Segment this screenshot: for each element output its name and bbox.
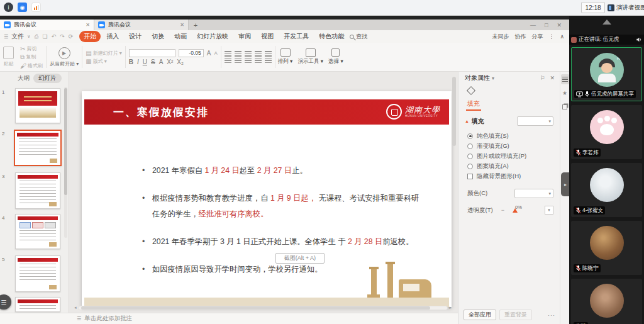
close-tab-icon[interactable]: ✕ (86, 22, 90, 28)
fill-tab[interactable]: 填充 (458, 82, 560, 111)
new-slide-button[interactable]: ▤新建幻灯片▾ (86, 50, 121, 57)
align-center-icon[interactable] (235, 58, 242, 64)
bullets-icon[interactable] (225, 51, 231, 57)
char-format-B[interactable]: B (129, 59, 133, 65)
panel-caret-icon[interactable]: ▾ (492, 75, 494, 81)
redo-icon[interactable]: ↷ (60, 33, 65, 40)
color-dropdown[interactable]: ▾ (514, 189, 553, 198)
panel-expand-handle[interactable]: ▸ (561, 172, 569, 196)
shield-icon[interactable]: ◉ (18, 3, 27, 12)
new-tab-button[interactable]: + (189, 20, 203, 30)
ribbon-tab-幻灯片放映[interactable]: 幻灯片放映 (192, 31, 233, 42)
fill-option[interactable]: 图案填充(A) (467, 161, 560, 171)
participant-tile[interactable]: 陈晓宁 (571, 221, 642, 275)
ribbon-tab-视图[interactable]: 视图 (257, 31, 278, 42)
char-format-X²[interactable]: X² (167, 59, 173, 65)
transparency-minus[interactable]: − (501, 207, 504, 213)
print-icon[interactable]: ❏ (43, 33, 48, 40)
section-expand-icon[interactable]: ▲ (465, 119, 469, 123)
outdent-icon[interactable] (245, 51, 252, 57)
ribbon-search[interactable]: 查找 (350, 33, 367, 41)
scroll-right-icon[interactable]: ▸ (449, 305, 452, 310)
radio-icon[interactable] (467, 164, 473, 169)
ribbon-tab-开始[interactable]: 开始 (79, 31, 101, 42)
pin-icon[interactable]: ⚐ (540, 75, 545, 81)
panel-more-icon[interactable]: ··· (548, 312, 555, 318)
close-panel-icon[interactable]: ✕ (550, 75, 555, 81)
char-format-A[interactable]: A (159, 59, 164, 65)
scroll-left-icon[interactable]: ◂ (74, 305, 77, 310)
file-menu[interactable]: ☰ 文件 ∨ (0, 32, 30, 41)
properties-tool-icon[interactable] (561, 74, 569, 84)
justify-icon[interactable] (255, 58, 262, 64)
decrease-font-icon[interactable]: A (214, 50, 217, 56)
refresh-icon[interactable]: ⟳ (69, 33, 74, 40)
close-window-icon[interactable]: ✕ (557, 22, 562, 28)
ribbon-tab-切换[interactable]: 切换 (147, 31, 169, 42)
layout-button[interactable]: ▦版式▾ (86, 58, 121, 65)
checkbox-icon[interactable] (467, 174, 473, 179)
undo-icon[interactable]: ↶ (52, 33, 57, 40)
canvas-horizontal-scrollbar[interactable]: ◂ ▸ (74, 305, 452, 310)
fill-option[interactable]: 渐变填充(G) (467, 141, 560, 151)
align-right-icon[interactable] (245, 58, 252, 64)
numbering-icon[interactable] (235, 51, 242, 57)
slides-tab[interactable]: 幻灯片 (33, 74, 62, 83)
char-spacing-box[interactable]: -0.05 (179, 49, 204, 57)
slide-thumbnail-6[interactable] (15, 297, 60, 312)
format-painter-button[interactable]: 🖌格式刷 (20, 62, 43, 69)
indent-icon[interactable] (255, 51, 262, 57)
network-signal-icon[interactable] (31, 3, 41, 12)
line-spacing-icon[interactable] (265, 51, 272, 57)
clipboard-tool-icon[interactable] (561, 102, 569, 112)
cut-button[interactable]: ✂剪切 (20, 45, 43, 52)
fill-option[interactable]: 纯色填充(S) (467, 131, 560, 141)
ribbon-tab-开发工具[interactable]: 开发工具 (279, 31, 313, 42)
ribbon-tab-审阅[interactable]: 审阅 (234, 31, 255, 42)
collab-button[interactable]: 协作 (514, 33, 526, 41)
minimize-icon[interactable]: — (530, 22, 536, 28)
font-name-box[interactable] (129, 49, 175, 57)
canvas-vertical-scrollbar[interactable] (452, 77, 456, 303)
participant-tile[interactable]: 4-张蜜文 (571, 163, 642, 217)
copy-button[interactable]: ⧉复制 (20, 53, 43, 61)
collapse-ribbon-icon[interactable]: ∧ (560, 33, 564, 40)
scrollbar-thumb[interactable] (81, 306, 430, 310)
slide-thumbnail-4[interactable] (15, 214, 60, 249)
char-format-I[interactable]: I (137, 59, 139, 65)
radio-icon[interactable] (467, 154, 473, 159)
present-tools-button[interactable]: 演示工具 ▾ (295, 43, 326, 71)
fill-preset-dropdown[interactable]: ▾ (517, 116, 553, 126)
char-format-X₂[interactable]: X₂ (177, 59, 184, 65)
save-icon[interactable]: ⎙ (34, 33, 38, 40)
ribbon-tab-特色功能[interactable]: 特色功能 (314, 31, 348, 42)
char-format-U[interactable]: U (143, 59, 147, 65)
columns-icon[interactable] (265, 58, 272, 64)
apply-all-button[interactable]: 全部应用 (464, 310, 496, 320)
participant-tile[interactable]: Hi伍元虎的屏幕共享 (571, 47, 642, 101)
sync-status[interactable]: 未同步 (492, 33, 509, 41)
notes-fab-button[interactable]: ☰ (0, 294, 11, 310)
radio-icon[interactable] (467, 133, 473, 139)
doc-tab-2[interactable]: 腾讯会议 ✕ (94, 20, 189, 30)
slide-thumbnail-5[interactable] (15, 255, 60, 292)
play-group[interactable]: ▶ 从当前开始 ▾ (47, 43, 82, 71)
transparency-spinner[interactable]: ▾ (545, 206, 553, 215)
scroll-up-arrow-icon[interactable] (602, 20, 611, 25)
maximize-icon[interactable]: □ (545, 22, 548, 28)
effects-tool-icon[interactable]: ★ (561, 88, 569, 98)
ribbon-tab-动画[interactable]: 动画 (170, 31, 191, 42)
slide-thumbnail-1[interactable] (15, 88, 60, 123)
info-icon[interactable]: i (4, 3, 13, 12)
arrange-button[interactable]: 排列 ▾ (275, 43, 296, 71)
doc-tab-1[interactable]: 腾讯会议 ✕ (0, 20, 94, 30)
paste-group[interactable]: 粘贴 (0, 43, 17, 71)
slide-thumbnail-3[interactable] (15, 172, 60, 209)
fill-option[interactable]: 隐藏背景图形(H) (467, 171, 560, 181)
increase-font-icon[interactable]: A (207, 50, 211, 57)
participant-tile[interactable]: 蔡瑞 (571, 279, 642, 324)
ribbon-tab-插入[interactable]: 插入 (102, 31, 123, 42)
reset-background-button[interactable]: 重置背景 (499, 310, 532, 320)
fill-option[interactable]: 图片或纹理填充(P) (467, 151, 560, 161)
slider-thumb[interactable] (513, 208, 518, 213)
